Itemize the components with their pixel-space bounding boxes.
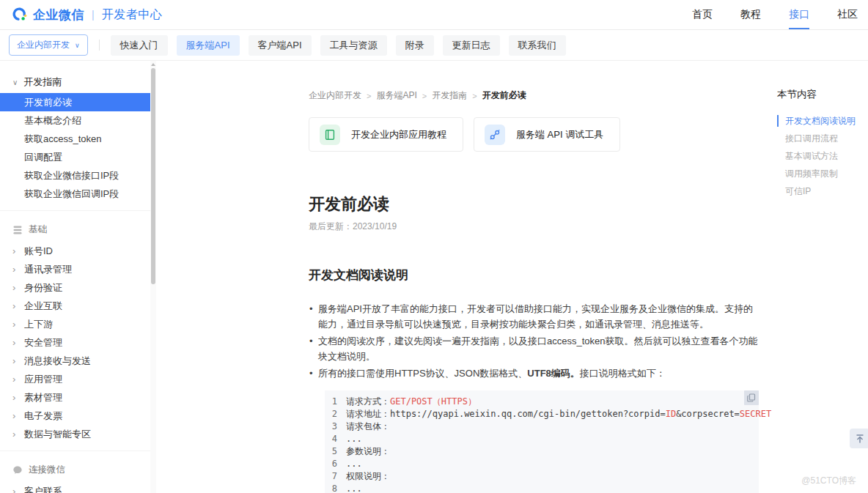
watermark: @51CTO博客 — [801, 475, 856, 487]
sidebar-item-media[interactable]: › 素材管理 — [0, 388, 150, 407]
sidebar-item-callback-ip[interactable]: 获取企业微信回调IP段 — [0, 185, 150, 203]
code-text: 参数说明： — [337, 445, 390, 458]
nav-api[interactable]: 接口 — [789, 0, 809, 29]
branch-label: 安全管理 — [24, 336, 62, 349]
sidebar-scrollbar[interactable] — [150, 61, 156, 493]
bullet-item: 服务端API开放了丰富的能力接口，开发者可以借助接口能力，实现企业服务及企业微信… — [309, 301, 759, 332]
breadcrumb-item[interactable]: 企业内部开发 — [309, 89, 361, 102]
sidebar-item-concepts[interactable]: 基本概念介绍 — [0, 111, 150, 130]
last-updated: 最后更新：2023/10/19 — [309, 220, 759, 233]
chat-bubble-icon — [12, 465, 23, 475]
line-number: 4 — [325, 433, 337, 445]
nav-home[interactable]: 首页 — [692, 0, 713, 29]
branch-label: 身份验证 — [24, 281, 62, 294]
breadcrumb-separator: > — [422, 92, 427, 100]
toc-item-reading-guide[interactable]: 开发文档阅读说明 — [777, 115, 868, 127]
toc-item-debug-methods[interactable]: 基本调试方法 — [777, 150, 868, 162]
card-label: 服务端 API 调试工具 — [516, 128, 603, 141]
sidebar-item-security[interactable]: › 安全管理 — [0, 333, 150, 352]
code-line: 7权限说明： — [325, 470, 759, 483]
sidebar-section-dev-guide[interactable]: ∨ 开发指南 — [0, 71, 150, 93]
tab-server-api[interactable]: 服务端API — [177, 35, 240, 56]
breadcrumb-separator: > — [472, 92, 477, 100]
chevron-down-icon: ∨ — [75, 42, 80, 49]
top-nav: 首页 教程 接口 社区 — [692, 0, 858, 29]
arrow-up-to-top-icon — [855, 434, 865, 444]
tab-tools[interactable]: 工具与资源 — [320, 35, 387, 56]
toc-item-trusted-ip[interactable]: 可信IP — [777, 185, 868, 197]
subnav-divider — [99, 40, 100, 51]
bullet-text: 文档的阅读次序，建议先阅读一遍开发指南，以及接口access_token获取。然… — [318, 336, 758, 362]
code-line: 6... — [325, 458, 759, 470]
page-title: 开发前必读 — [309, 193, 759, 215]
layers-icon — [12, 225, 23, 235]
branch-label: 素材管理 — [24, 391, 62, 404]
code-block: 1请求方式：GET/POST（HTTPS） 2请求地址：https://qyap… — [325, 390, 759, 493]
main-content: 企业内部开发 > 服务端API > 开发指南 > 开发前必读 开发企业内部应用教… — [309, 61, 759, 493]
nav-community[interactable]: 社区 — [837, 0, 858, 29]
chevron-right-icon: › — [12, 393, 24, 402]
sidebar-item-messaging[interactable]: › 消息接收与发送 — [0, 352, 150, 370]
toc-title: 本节内容 — [777, 88, 868, 101]
code-text: 请求方式：GET/POST（HTTPS） — [337, 396, 477, 408]
tab-appendix[interactable]: 附录 — [396, 35, 434, 56]
bullet-item: 所有的接口需使用HTTPS协议、JSON数据格式、UTF8编码。接口说明格式如下… — [309, 366, 759, 381]
code-line: 2请求地址：https://qyapi.weixin.qq.com/cgi-bi… — [325, 408, 759, 420]
code-line: 5参数说明： — [325, 445, 759, 458]
breadcrumb-separator: > — [367, 92, 371, 100]
back-to-top-button[interactable] — [850, 429, 868, 448]
sidebar-item-identity[interactable]: › 身份验证 — [0, 278, 150, 297]
tab-contact[interactable]: 联系我们 — [509, 35, 566, 56]
sidebar-item-e-invoice[interactable]: › 电子发票 — [0, 407, 150, 425]
sidebar-item-upstream[interactable]: › 上下游 — [0, 315, 150, 333]
chevron-right-icon: › — [12, 429, 24, 439]
tab-changelog[interactable]: 更新日志 — [443, 35, 500, 56]
chevron-right-icon: › — [12, 246, 24, 256]
code-text: 请求包体： — [337, 420, 390, 433]
sidebar-item-callback-config[interactable]: 回调配置 — [0, 148, 150, 166]
wecom-logo[interactable]: 企业微信 | 开发者中心 — [12, 7, 162, 23]
branch-label: 企业互联 — [24, 300, 62, 313]
sidebar-item-app-management[interactable]: › 应用管理 — [0, 370, 150, 388]
branch-label: 上下游 — [24, 318, 53, 331]
sidebar-item-customer-contact[interactable]: › 客户联系 — [0, 482, 150, 493]
toc-item-rate-limit[interactable]: 调用频率限制 — [777, 168, 868, 179]
line-number: 7 — [325, 470, 337, 483]
sidebar-item-data-intelligence[interactable]: › 数据与智能专区 — [0, 425, 150, 443]
group-label: 连接微信 — [29, 464, 65, 476]
card-label: 开发企业内部应用教程 — [351, 128, 446, 141]
breadcrumb-item[interactable]: 服务端API — [376, 89, 416, 102]
sidebar-item-must-read[interactable]: 开发前必读 — [0, 93, 150, 111]
scrollbar-thumb[interactable] — [151, 68, 155, 284]
sidebar-group-basic: 基础 › 账号ID › 通讯录管理 › 身份验证 › 企业互联 › 上下游 — [0, 210, 150, 443]
sidebar-item-account-id[interactable]: › 账号ID — [0, 242, 150, 260]
dev-mode-dropdown[interactable]: 企业内部开发 ∨ — [9, 34, 88, 56]
breadcrumb-item[interactable]: 开发指南 — [432, 89, 467, 102]
scrollbar-up-arrow-icon[interactable] — [151, 63, 155, 66]
chevron-right-icon: › — [12, 338, 24, 347]
sidebar: ∨ 开发指南 开发前必读 基本概念介绍 获取access_token 回调配置 … — [0, 61, 156, 493]
branch-label: 电子发票 — [24, 409, 62, 423]
line-number: 6 — [325, 458, 337, 470]
tutorial-card[interactable]: 开发企业内部应用教程 — [309, 117, 463, 152]
api-debug-tool-card[interactable]: 服务端 API 调试工具 — [474, 117, 620, 152]
sidebar-item-api-ip[interactable]: 获取企业微信接口IP段 — [0, 166, 150, 185]
nav-tutorials[interactable]: 教程 — [740, 0, 761, 29]
chevron-right-icon: › — [12, 356, 24, 366]
wecom-logo-icon — [12, 7, 28, 23]
tab-quickstart[interactable]: 快速入门 — [111, 35, 168, 56]
sidebar-item-corp-interconnect[interactable]: › 企业互联 — [0, 297, 150, 315]
tab-client-api[interactable]: 客户端API — [249, 35, 312, 56]
sidebar-item-contacts[interactable]: › 通讯录管理 — [0, 260, 150, 278]
copy-icon[interactable] — [744, 390, 759, 405]
code-text: 请求地址：https://qyapi.weixin.qq.com/cgi-bin… — [337, 408, 771, 420]
branch-label: 客户联系 — [24, 485, 62, 493]
breadcrumb: 企业内部开发 > 服务端API > 开发指南 > 开发前必读 — [309, 89, 759, 102]
toc-item-call-flow[interactable]: 接口调用流程 — [777, 133, 868, 144]
bullet-list: 服务端API开放了丰富的能力接口，开发者可以借助接口能力，实现企业服务及企业微信… — [309, 301, 759, 381]
sidebar-section-label: 开发指南 — [23, 75, 62, 89]
branch-label: 账号ID — [24, 245, 53, 258]
top-header: 企业微信 | 开发者中心 首页 教程 接口 社区 — [0, 0, 868, 30]
sidebar-item-access-token[interactable]: 获取access_token — [0, 130, 150, 148]
line-number: 3 — [325, 420, 337, 433]
